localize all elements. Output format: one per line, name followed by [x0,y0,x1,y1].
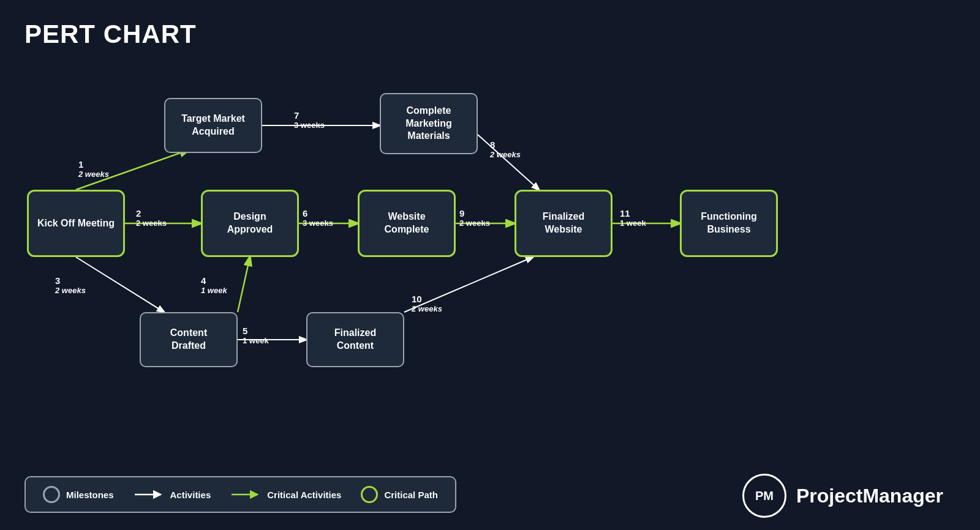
arrow-label-3: 3 2 weeks [55,275,86,295]
legend: Milestones Activities Critical Activitie… [24,476,456,513]
legend-milestones: Milestones [43,486,114,503]
legend-milestones-label: Milestones [66,490,114,500]
arrow-label-4: 4 1 week [201,275,227,295]
node-finalized-content: FinalizedContent [306,312,404,367]
node-finalized-website: FinalizedWebsite [514,190,612,257]
arrow-label-10: 10 2 weeks [412,294,442,313]
node-content-drafted: ContentDrafted [140,312,238,367]
arrow-label-9: 9 2 weeks [459,208,490,228]
arrow-label-7: 7 3 weeks [294,110,325,130]
arrows-svg [0,0,980,530]
pm-brand-name: ProjectManager [796,485,943,507]
arrow-label-5: 5 1 week [243,326,269,345]
node-target-market: Target MarketAcquired [164,98,262,153]
pm-circle-icon: PM [742,474,786,518]
node-website-complete: WebsiteComplete [358,190,456,257]
legend-critical-path: Critical Path [361,486,438,503]
legend-critical-activities-label: Critical Activities [267,490,341,500]
critical-activity-arrow-icon [230,489,261,500]
pm-logo: PM ProjectManager [742,474,943,518]
svg-line-2 [76,257,164,312]
legend-critical-activities: Critical Activities [230,489,341,500]
arrow-label-1: 1 2 weeks [78,159,109,179]
legend-critical-path-label: Critical Path [384,490,438,500]
node-complete-marketing: CompleteMarketingMaterials [380,93,478,154]
milestone-icon [43,486,60,503]
critical-path-icon [361,486,378,503]
svg-line-3 [238,257,250,312]
arrow-label-11: 11 1 week [620,208,646,228]
node-kick-off: Kick Off Meeting [27,190,125,257]
node-design-approved: DesignApproved [201,190,299,257]
activity-arrow-icon [134,489,164,500]
node-functioning-business: FunctioningBusiness [680,190,778,257]
page-title: PERT CHART [24,20,197,49]
legend-activities: Activities [134,489,211,500]
legend-activities-label: Activities [170,490,211,500]
arrow-label-6: 6 3 weeks [303,208,333,228]
arrow-label-2: 2 2 weeks [136,208,167,228]
arrow-label-8: 8 2 weeks [490,140,521,159]
